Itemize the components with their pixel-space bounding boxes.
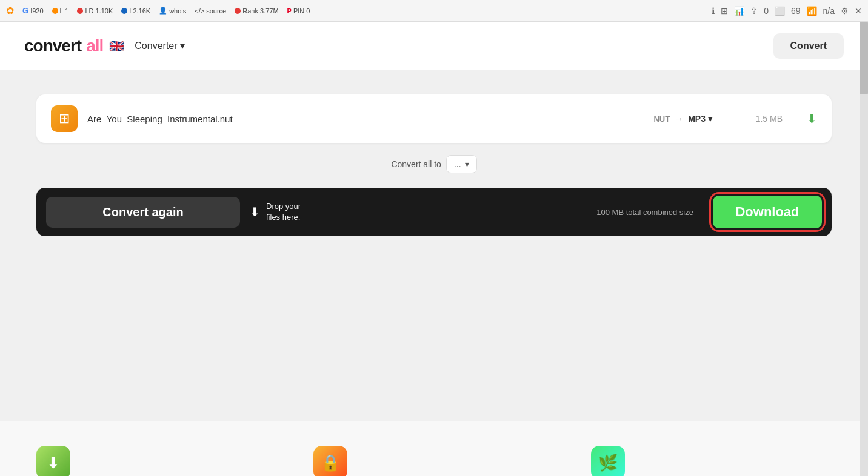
features-section: ⬇ How to convert a nut file for free onl…	[0, 421, 868, 476]
feature-convert-icon: ⬇	[36, 446, 70, 476]
g-icon: G	[22, 6, 28, 15]
chevron-down-icon: ▾	[465, 159, 469, 169]
person-icon: 👤	[159, 7, 167, 15]
share-icon[interactable]: ⇪	[750, 6, 758, 16]
chart-icon[interactable]: 📊	[734, 6, 744, 16]
settings-icon[interactable]: ⚙	[841, 6, 849, 16]
convert-all-label: Convert all to	[391, 159, 441, 169]
file-row: ⊞ Are_You_Sleeping_Instrumental.nut NUT …	[36, 94, 832, 143]
chevron-down-icon: ▾	[180, 40, 185, 51]
drop-text: Drop your files here.	[266, 201, 301, 223]
wifi-icon: 📶	[807, 6, 817, 16]
drop-line2: files here.	[266, 213, 300, 222]
chevron-down-icon: ▾	[708, 114, 712, 124]
convert-header-button[interactable]: Convert	[773, 33, 844, 59]
pinterest-icon: P	[287, 7, 292, 15]
info-icon[interactable]: ℹ	[712, 6, 715, 16]
convert-all-row: Convert all to ... ▾	[36, 155, 832, 173]
file-type-icon: ⊞	[51, 105, 78, 132]
to-format-select[interactable]: MP3 ▾	[688, 114, 712, 124]
toolbar-g: G I920	[22, 6, 44, 15]
dot-blue	[121, 8, 127, 14]
toolbar-source[interactable]: </> source	[195, 7, 226, 15]
action-bar: Convert again ⬇ Drop your files here. 10…	[36, 188, 832, 236]
toolbar-i: I 2.16K	[121, 7, 150, 15]
nav-converter[interactable]: Converter ▾	[135, 40, 184, 51]
grid-icon: ⊞	[59, 111, 70, 127]
feature-eco-icon: 🌿	[591, 446, 625, 476]
file-size: 1.5 MB	[746, 114, 783, 124]
download-file-icon[interactable]: ⬇	[807, 111, 817, 126]
browser-toolbar: ✿ G I920 L 1 LD 1.10K I 2.16K 👤 whois </…	[0, 0, 868, 22]
toolbar-right: ℹ ⊞ 📊 ⇪ 0 ⬜ 69 📶 n/a ⚙ ✕	[712, 6, 862, 16]
convert-all-value: ...	[454, 159, 461, 169]
logo-convert-text: convert	[24, 36, 81, 56]
filename: Are_You_Sleeping_Instrumental.nut	[87, 114, 644, 124]
logo-all-text: all	[86, 36, 103, 56]
feature-item-convert: ⬇ How to convert a nut file for free onl…	[36, 446, 277, 476]
drop-zone[interactable]: ⬇ Drop your files here.	[250, 201, 587, 223]
size-limit-text: 100 MB total combined size	[596, 208, 693, 217]
convert-all-select[interactable]: ... ▾	[446, 155, 477, 173]
format-group: NUT → MP3 ▾	[653, 114, 712, 124]
to-format-label: MP3	[688, 114, 706, 124]
na-label: n/a	[823, 6, 835, 16]
screenshot-icon[interactable]: ⬜	[775, 6, 785, 16]
scrollbar-thumb[interactable]	[860, 22, 868, 94]
count-0: 0	[764, 6, 769, 16]
dot-orange	[52, 8, 58, 14]
close-icon[interactable]: ✕	[855, 6, 862, 16]
sun-icon: ✿	[6, 5, 14, 16]
toolbar-sun: ✿	[6, 5, 14, 16]
feature-item-eco: 🌿 The most environmentally friendly nut …	[591, 446, 832, 476]
header: convertall 🇬🇧 Converter ▾ Convert	[0, 22, 868, 70]
dot-red	[77, 8, 83, 14]
scrollbar[interactable]	[860, 22, 868, 476]
from-format: NUT	[653, 114, 670, 124]
toolbar-pin: P PIN 0	[287, 7, 310, 15]
download-button[interactable]: Download	[713, 196, 822, 228]
flag-uk: 🇬🇧	[108, 38, 125, 55]
toolbar-ld: LD 1.10K	[77, 7, 113, 15]
logo: convertall	[24, 36, 103, 56]
feature-security-icon: 🔒	[313, 446, 347, 476]
page: convertall 🇬🇧 Converter ▾ Convert ⊞ Are_…	[0, 22, 868, 476]
feature-item-security: 🔒 Don't worry about the confidentiality …	[313, 446, 554, 476]
arrow-right-icon: →	[675, 114, 683, 124]
table-icon[interactable]: ⊞	[721, 6, 728, 16]
toolbar-whois[interactable]: 👤 whois	[159, 7, 186, 15]
converter-label: Converter	[135, 41, 177, 51]
main-content: ⊞ Are_You_Sleeping_Instrumental.nut NUT …	[0, 70, 868, 421]
drop-line1: Drop your	[266, 202, 301, 211]
count-69: 69	[791, 6, 801, 16]
toolbar-l: L 1	[52, 7, 69, 15]
code-icon: </>	[195, 7, 204, 15]
drop-download-icon: ⬇	[250, 205, 260, 219]
convert-again-button[interactable]: Convert again	[46, 197, 240, 228]
toolbar-rank: Rank 3.77M	[235, 7, 278, 15]
dot-rank	[235, 8, 241, 14]
